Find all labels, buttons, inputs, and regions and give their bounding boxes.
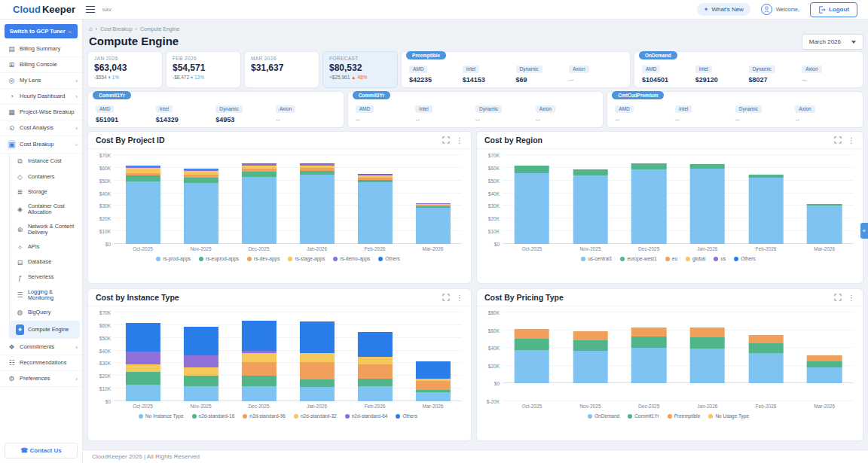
legend-item-n2d-standard-96[interactable]: n2d-standard-96 (243, 413, 286, 419)
account-menu[interactable]: Welcome, (761, 4, 799, 15)
switch-to-gcp-tuner-button[interactable]: Switch to GCP Tuner → (5, 24, 78, 38)
kebab-menu-icon[interactable]: ⋮ (456, 136, 463, 145)
bar-slot (737, 155, 796, 244)
legend-item-n2d-standard-64[interactable]: n2d-standard-64 (345, 413, 388, 419)
summary-cards-row: JAN 2026$63,043-$554 ▾ 1%FEB 2026$54,571… (87, 51, 863, 88)
legend-item-rs-stage-apps[interactable]: rs-stage-apps (288, 256, 325, 261)
sidebar-item-recommendations[interactable]: ☷Recommendations (0, 355, 82, 371)
legend-item-others[interactable]: Others (396, 413, 417, 419)
cpu-type-chip: Axion (802, 65, 821, 73)
brand-logo[interactable]: CloudKeeper (0, 4, 75, 15)
legend-item-us-central1[interactable]: us-central1 (581, 256, 612, 261)
pricing-column-intel: Intel$14153 (463, 60, 516, 84)
expand-icon[interactable] (834, 136, 842, 144)
sidebar-item-cost-analysis[interactable]: ⊙Cost Analysis› (0, 120, 82, 136)
sidebar-item-preferences[interactable]: ⚙Preferences› (0, 371, 82, 387)
sidebar-item-cost-breakup[interactable]: ▣Cost Breakup› (0, 136, 82, 154)
x-axis-label: Jan-2026 (288, 244, 346, 251)
pricing-type-badge: CmtCudPremium (612, 91, 664, 99)
hamburger-menu-icon[interactable] (86, 6, 95, 13)
x-axis-label: Dec-2025 (230, 244, 288, 251)
sidebar-item-database[interactable]: ⊟Database (10, 255, 82, 270)
bar-segment (183, 171, 218, 175)
y-axis: $70K$60K$50K$40K$30K$20K$10K$0 (94, 312, 114, 401)
legend-item-n2d-standard-32[interactable]: n2d-standard-32 (294, 413, 337, 419)
chart-header-icons: ⋮ (834, 136, 855, 145)
delta-percent: ▾ 1% (108, 75, 118, 80)
legend-item-europe-west1[interactable]: europe-west1 (620, 256, 656, 261)
legend-item-eu[interactable]: eu (665, 256, 677, 261)
legend-dot (345, 414, 350, 419)
home-icon[interactable]: ⌂ (89, 26, 93, 32)
stacked-bar (515, 155, 550, 244)
whats-new-button[interactable]: ✦ What's New (697, 3, 750, 16)
expand-icon[interactable] (442, 136, 450, 144)
sidebar-item-container-cost-allocation[interactable]: ◈Container Cost Allocation (10, 200, 82, 220)
sidebar-item-serverless[interactable]: ƒServerless (10, 270, 82, 285)
kebab-menu-icon[interactable]: ⋮ (456, 294, 463, 302)
sidebar-item-logging-monitoring[interactable]: ☰Logging & Monitoring (10, 285, 82, 306)
bar-segment (573, 351, 608, 384)
nav-label: NAV (102, 8, 112, 12)
sidebar-item-project-wise-breakup[interactable]: ▦Project-Wise Breakup (0, 105, 82, 120)
pricing-value: -- (536, 116, 596, 123)
sidebar-item-label: Commitments (20, 344, 72, 351)
bar-slot (619, 312, 678, 401)
main-content: ⌂ › Cost Breakup › Compute Engine Comput… (83, 20, 868, 463)
expand-icon[interactable] (834, 294, 842, 301)
kebab-menu-icon[interactable]: ⋮ (848, 294, 855, 302)
sidebar-item-label: My Lens (20, 78, 72, 84)
y-axis-tick: $0 (105, 242, 111, 247)
y-axis-tick: $20K (99, 216, 111, 221)
legend-item-us[interactable]: us (714, 256, 726, 261)
sidebar-item-compute-engine[interactable]: ✦Compute Engine (10, 321, 80, 339)
legend-item-global[interactable]: global (686, 256, 705, 261)
chart-body: $70K$60K$50K$40K$30K$20K$10K$0Oct-2025No… (88, 149, 471, 261)
bigquery-icon: ◍ (16, 309, 24, 316)
legend-item-commit1yr[interactable]: Commit1Yr (628, 413, 659, 419)
kebab-menu-icon[interactable]: ⋮ (848, 136, 855, 145)
stacked-bar (631, 312, 667, 401)
contact-us-button[interactable]: ☎ Contact Us (5, 443, 78, 458)
legend-item-rs-prod-apps[interactable]: rs-prod-apps (156, 256, 191, 261)
sidebar-item-apis[interactable]: ✧APIs (10, 240, 82, 255)
bar-segment (415, 204, 450, 205)
breadcrumb-cost-breakup[interactable]: Cost Breakup (100, 26, 132, 32)
legend-item-no-usage-type[interactable]: No Usage Type (708, 413, 749, 419)
panel-collapse-handle[interactable]: « (860, 223, 868, 239)
sidebar-item-bigquery[interactable]: ◍BigQuery (10, 305, 82, 320)
pricing-value: $51091 (96, 116, 156, 123)
bar-segment (299, 379, 334, 387)
legend-item-n2d-standard-16[interactable]: n2d-standard-16 (192, 413, 235, 419)
pricing-card-commit1yr: Commit1YrAMD$51091Intel$14329Dynamic$495… (87, 91, 344, 128)
y-axis-tick: $40K (488, 190, 500, 196)
bar-segment (241, 172, 276, 177)
sidebar-item-containers[interactable]: ◇Containers (10, 169, 82, 184)
summary-card-feb-2026: FEB 2026$54,571-$8,472 ▾ 13% (166, 51, 241, 88)
legend-item-no-instance-type[interactable]: No Instance Type (139, 413, 183, 419)
sidebar-item-billing-summary[interactable]: ▤Billing Summary (0, 41, 82, 57)
expand-icon[interactable] (442, 294, 450, 301)
legend-item-rs-euprod-apps[interactable]: rs-euprod-apps (199, 256, 239, 261)
legend-item-others[interactable]: Others (378, 256, 400, 261)
pricing-column-dynamic: Dynamic$4953 (215, 100, 276, 123)
sidebar-item-network-content-delivery[interactable]: ⊕Network & Content Delivery (10, 220, 82, 240)
logout-button[interactable]: Logout (810, 2, 857, 17)
sidebar-item-commitments[interactable]: ❖Commitments› (0, 340, 82, 355)
legend-item-rs-demo-apps[interactable]: rs-demo-apps (333, 256, 370, 261)
sidebar-item-instance-cost[interactable]: ⧉Instance Cost (10, 154, 82, 169)
legend-item-rs-dev-apps[interactable]: rs-dev-apps (247, 256, 280, 261)
sidebar-item-my-lens[interactable]: ◎My Lens› (0, 73, 82, 89)
legend-item-ondemand[interactable]: OnDemand (588, 413, 619, 419)
bar-segment (573, 331, 608, 340)
legend-item-preemptible[interactable]: Preemptible (668, 413, 701, 419)
bar-slot (230, 312, 288, 401)
sidebar-item-billing-console[interactable]: ⊞Billing Console (0, 57, 82, 73)
legend-item-others[interactable]: Others (734, 256, 756, 261)
chart-legend: us-central1europe-west1euglobalusOthers (483, 256, 854, 261)
x-axis-label: Nov-2025 (172, 244, 230, 251)
sidebar-item-label: Cost Analysis (20, 125, 72, 132)
sidebar-item-storage[interactable]: ≣Storage (10, 184, 82, 200)
month-selector[interactable]: March 2026 (802, 34, 863, 50)
sidebar-item-hourly-dashboard[interactable]: ◔Hourly Dashboard› (0, 89, 82, 105)
